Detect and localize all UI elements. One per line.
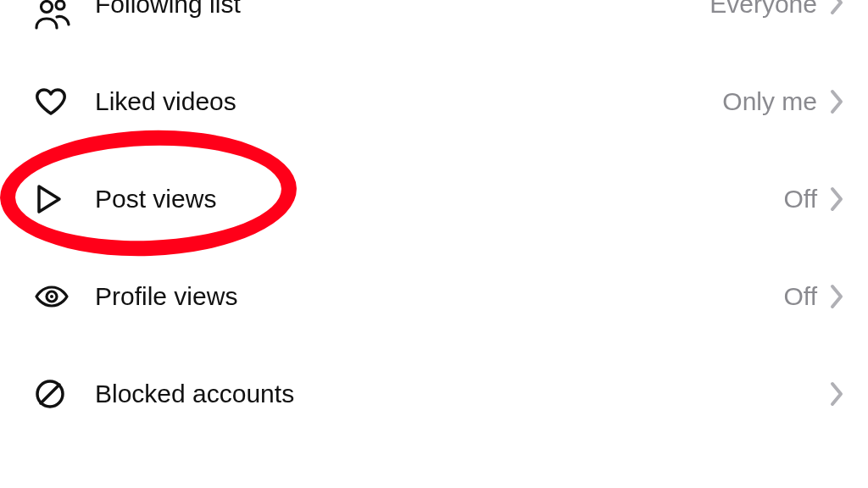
chevron-right-icon (829, 186, 844, 212)
post-views-label: Post views (95, 185, 784, 214)
chevron-right-icon (829, 284, 844, 309)
play-triangle-icon (34, 183, 95, 215)
chevron-right-icon (829, 89, 844, 114)
svg-point-3 (50, 295, 53, 298)
post-views-value: Off (784, 185, 817, 214)
svg-line-5 (41, 385, 59, 403)
blocked-accounts-label: Blocked accounts (95, 380, 817, 408)
blocked-icon (34, 378, 95, 410)
following-list-value: Everyone (709, 0, 817, 19)
profile-views-value: Off (784, 282, 817, 311)
liked-videos-row[interactable]: Liked videos Only me (0, 53, 868, 150)
eye-icon (34, 284, 95, 309)
privacy-settings-list: Following list Everyone Liked videos Onl… (0, 0, 868, 442)
following-list-row[interactable]: Following list Everyone (0, 0, 868, 53)
blocked-accounts-row[interactable]: Blocked accounts (0, 345, 868, 442)
following-list-label: Following list (95, 0, 709, 19)
svg-point-1 (56, 1, 64, 9)
post-views-row[interactable]: Post views Off (0, 150, 868, 247)
profile-views-row[interactable]: Profile views Off (0, 247, 868, 345)
profile-views-label: Profile views (95, 282, 784, 311)
people-icon (34, 0, 95, 30)
chevron-right-icon (829, 0, 844, 15)
chevron-right-icon (829, 381, 844, 407)
liked-videos-value: Only me (722, 87, 817, 116)
liked-videos-label: Liked videos (95, 87, 722, 116)
svg-point-0 (42, 2, 53, 13)
heart-icon (34, 86, 95, 117)
